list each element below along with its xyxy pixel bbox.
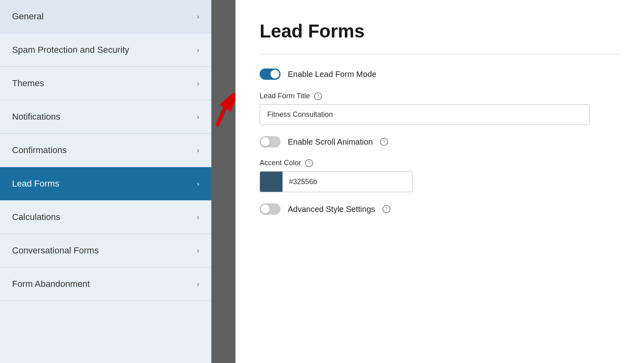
sidebar-item-label-conversational-forms: Conversational Forms [12,245,99,256]
enable-lead-form-label: Enable Lead Form Mode [288,70,376,79]
accent-color-label-row: Accent Color ? [260,159,620,167]
lead-form-title-group: Lead Form Title ? [260,92,620,125]
enable-lead-form-toggle[interactable] [260,68,281,80]
accent-color-picker[interactable]: #32556b [260,171,413,192]
chevron-icon-lead-forms: › [197,180,199,188]
accent-color-label: Accent Color [260,159,301,167]
chevron-icon-confirmations: › [197,146,199,155]
toggle-thumb-lead-form [270,70,279,79]
sidebar-item-label-notifications: Notifications [12,112,60,122]
chevron-icon-spam-protection: › [197,46,199,54]
lead-form-title-input[interactable] [260,104,590,125]
advanced-style-toggle[interactable] [260,203,281,215]
chevron-icon-calculations: › [197,213,199,222]
divider-column [211,0,235,363]
lead-form-title-label-row: Lead Form Title ? [260,92,620,100]
sidebar-item-general[interactable]: General› [0,0,211,33]
enable-scroll-animation-label: Enable Scroll Animation [288,137,373,147]
svg-marker-0 [215,93,235,127]
chevron-icon-conversational-forms: › [197,247,199,255]
chevron-icon-general: › [197,12,199,21]
enable-lead-form-row: Enable Lead Form Mode [260,68,620,80]
scroll-animation-help-icon[interactable]: ? [380,138,388,146]
sidebar-item-spam-protection[interactable]: Spam Protection and Security› [0,33,211,67]
sidebar-item-calculations[interactable]: Calculations› [0,201,211,234]
accent-color-group: Accent Color ? #32556b [260,159,620,192]
accent-color-help-icon[interactable]: ? [305,159,313,167]
sidebar-item-label-calculations: Calculations [12,212,60,222]
content-divider [260,54,620,54]
accent-color-value: #32556b [283,178,412,186]
advanced-style-row: Advanced Style Settings ? [260,203,620,215]
sidebar-item-lead-forms[interactable]: Lead Forms› [0,167,211,201]
enable-scroll-animation-toggle[interactable] [260,136,281,147]
sidebar-item-themes[interactable]: Themes› [0,67,211,100]
sidebar-item-label-lead-forms: Lead Forms [12,178,59,189]
chevron-icon-notifications: › [197,113,199,121]
sidebar-item-label-themes: Themes [12,78,44,89]
advanced-style-help-icon[interactable]: ? [382,205,390,213]
chevron-icon-form-abandonment: › [197,280,199,288]
enable-scroll-animation-row: Enable Scroll Animation ? [260,136,620,147]
advanced-style-label: Advanced Style Settings [288,205,375,214]
sidebar-item-label-general: General [12,11,43,22]
toggle-thumb-scroll [261,137,270,146]
sidebar-item-label-form-abandonment: Form Abandonment [12,279,90,289]
main-content: Lead Forms Enable Lead Form Mode Lead Fo… [235,0,644,363]
accent-color-swatch[interactable] [260,172,283,192]
page-title: Lead Forms [260,20,620,42]
lead-form-title-help-icon[interactable]: ? [314,92,322,100]
sidebar-item-conversational-forms[interactable]: Conversational Forms› [0,234,211,268]
toggle-thumb-advanced [261,205,270,214]
sidebar-item-notifications[interactable]: Notifications› [0,100,211,134]
sidebar: General›Spam Protection and Security›The… [0,0,211,363]
lead-form-title-label: Lead Form Title [260,92,310,100]
sidebar-item-label-confirmations: Confirmations [12,145,67,156]
chevron-icon-themes: › [197,79,199,88]
sidebar-item-confirmations[interactable]: Confirmations› [0,134,211,167]
sidebar-item-label-spam-protection: Spam Protection and Security [12,45,129,55]
sidebar-item-form-abandonment[interactable]: Form Abandonment› [0,268,211,301]
